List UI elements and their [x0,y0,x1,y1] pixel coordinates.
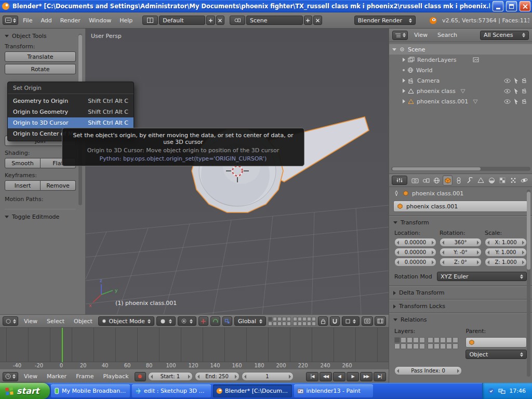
taskbar-task-paint[interactable]: inblender13 - Paint [294,384,373,397]
selectability-cursor-icon[interactable] [514,88,518,94]
menu-render[interactable]: Render [57,16,84,25]
outliner-menu-view[interactable]: View [410,30,431,40]
outliner-row-renderlayers[interactable]: RenderLayers [389,55,532,65]
manipulator-rotate-toggle[interactable] [210,316,220,326]
visibility-eye-icon[interactable] [504,78,511,83]
smooth-button[interactable]: Smooth [5,158,41,168]
expand-icon[interactable] [403,78,405,83]
delete-scene-button[interactable] [313,16,322,25]
outliner-row-world[interactable]: World [389,65,532,75]
minimize-button[interactable] [493,1,503,11]
rotation-z-field[interactable]: Z: 0° [440,258,482,267]
view3d-menu-view[interactable]: View [20,316,41,326]
insert-keyframe-button[interactable]: Insert [5,180,41,191]
frame-end-field[interactable]: End: 250 [195,372,240,381]
taskbar-task-sketchup-browser[interactable]: edit : Sketchup 3D m... [132,384,211,397]
tab-physics[interactable] [520,175,529,185]
add-scene-button[interactable] [304,16,313,25]
tab-texture[interactable] [498,175,508,185]
translate-button[interactable]: Translate [5,51,76,62]
record-button[interactable] [135,372,146,381]
scrollbar-thumb[interactable] [392,167,481,170]
delete-layout-button[interactable] [216,16,225,25]
delta-transform-panel-header[interactable]: Delta Transform [389,286,532,299]
jump-to-end-button[interactable]: ▶| [374,372,386,381]
snap-element-selector[interactable] [342,316,360,326]
rotation-y-field[interactable]: Y: -0° [440,248,482,257]
relations-panel-header[interactable]: Relations [389,313,532,326]
editor-type-selector-3dview[interactable] [3,316,18,326]
next-keyframe-button[interactable]: ▶▶ [360,372,373,381]
timeline-menu-frame[interactable]: Frame [72,371,97,381]
remove-keyframe-button[interactable]: Remove [41,180,76,191]
tab-scene[interactable] [421,175,431,185]
menu-window[interactable]: Window [85,16,115,25]
current-frame-field[interactable]: 1 [242,372,294,381]
renderability-camera-icon[interactable] [522,99,528,104]
rotation-x-field[interactable]: 360° [440,238,482,247]
taskbar-task-blender[interactable]: Blender* [C:\Docume... [213,384,292,397]
opengl-render-anim-button[interactable] [375,316,386,326]
screen-layout-selector[interactable]: Default [159,16,205,25]
parent-type-selector[interactable]: Object [466,350,527,359]
toggle-editmode-panel-header[interactable]: Toggle Editmode [5,209,76,220]
start-button[interactable]: start [0,383,50,399]
menu-item-origin-to-geometry[interactable]: Origin to Geometry Shift Ctrl Alt C [8,107,134,117]
pin-icon[interactable] [393,190,400,196]
scene-icon-button[interactable] [230,16,245,25]
lock-to-scene-toggle[interactable] [318,316,328,326]
tab-object[interactable] [443,175,453,185]
outliner-row-scene[interactable]: Scene [389,44,532,55]
menu-help[interactable]: Help [116,16,136,25]
expand-icon[interactable] [403,99,405,103]
object-tools-panel-header[interactable]: Object Tools [5,33,76,39]
tab-modifiers[interactable] [465,175,475,185]
visibility-eye-icon[interactable] [504,89,511,94]
scale-y-field[interactable]: Y: 1.000 [485,248,527,257]
editor-type-selector-info[interactable] [3,16,18,25]
pass-index-field[interactable]: Pass Index: 0 [394,366,462,375]
expand-icon[interactable] [403,89,405,93]
layers-grid-2[interactable] [293,317,316,326]
scale-z-field[interactable]: Z: 1.000 [485,258,527,267]
outliner-row-camera[interactable]: Camera [389,75,532,86]
snap-toggle[interactable] [330,316,340,326]
selectability-cursor-icon[interactable] [514,99,518,104]
pivot-point-selector[interactable] [178,316,196,326]
properties-scrollbar[interactable] [527,190,530,377]
menu-item-geometry-to-origin[interactable]: Geometry to Origin Shift Ctrl Alt C [8,96,134,107]
mode-selector[interactable]: Object Mode [98,316,154,326]
editor-type-selector-outliner[interactable] [392,31,408,40]
prev-keyframe-button[interactable]: ◀◀ [320,372,332,381]
manipulator-translate-toggle[interactable] [198,316,208,326]
close-button[interactable] [520,1,530,11]
tab-particles[interactable] [509,175,518,185]
maximize-button[interactable] [506,1,517,11]
play-reverse-button[interactable]: ◀ [333,372,345,381]
object-name-field[interactable]: phoenix class.001 [393,201,528,212]
outliner-display-filter[interactable]: All Scenes [480,31,529,40]
layers-grid-2[interactable] [428,337,458,349]
renderability-camera-icon[interactable] [522,88,528,94]
tab-material[interactable] [487,175,497,185]
menu-file[interactable]: File [19,16,36,25]
outliner-hscrollbar[interactable] [391,167,530,171]
selectability-cursor-icon[interactable] [514,78,518,84]
location-x-field[interactable]: 0.00000 [394,238,436,247]
tray-network-icon[interactable] [498,388,506,394]
scale-x-field[interactable]: X: 1.000 [485,238,527,247]
rotate-button[interactable]: Rotate [5,64,76,74]
taskbar-task-mobile-broadband[interactable]: My Mobile Broadband... [51,384,130,397]
renderability-camera-icon[interactable] [522,78,528,83]
expand-icon[interactable] [403,58,405,62]
opengl-render-button[interactable] [362,316,373,326]
parent-object-field[interactable] [466,337,527,348]
scrollbar-thumb[interactable] [527,192,530,270]
menu-add[interactable]: Add [37,16,55,25]
tray-security-icon[interactable] [488,388,495,394]
location-y-field[interactable]: 0.00000 [394,248,436,257]
transform-orientation-selector[interactable]: Global [234,316,266,326]
viewport-layers-widget[interactable] [268,317,316,326]
transform-panel-header[interactable]: Transform [389,216,532,229]
outliner-menu-search[interactable]: Search [434,30,461,40]
